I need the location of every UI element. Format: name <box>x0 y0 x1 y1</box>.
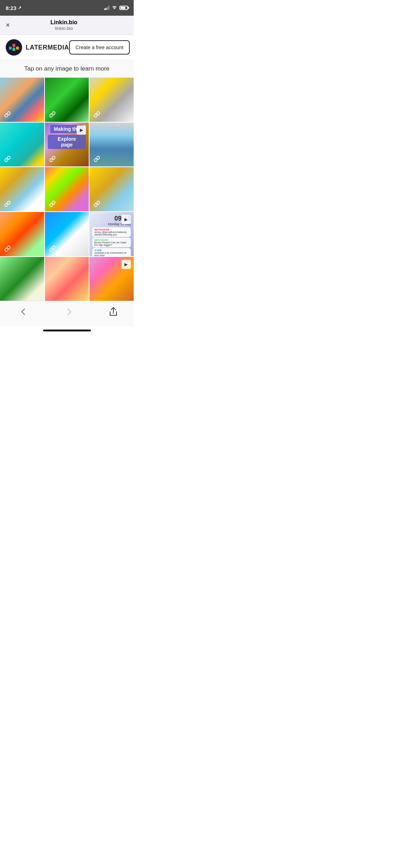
site-header: LATERMEDIA Create a free account <box>0 35 134 60</box>
svg-rect-3 <box>12 48 15 51</box>
svg-rect-1 <box>12 44 15 47</box>
grid-item[interactable] <box>89 123 134 167</box>
location-icon: ↗ <box>18 5 21 10</box>
status-time: 8:23 ↗ <box>6 5 21 11</box>
play-icon: ▶ <box>122 260 131 269</box>
link-icon <box>3 199 12 208</box>
link-icon <box>48 110 57 119</box>
play-icon: ▶ <box>122 215 131 224</box>
svg-rect-0 <box>9 47 12 50</box>
bottom-browser-bar <box>0 301 134 327</box>
link-icon <box>48 154 57 164</box>
grid-item[interactable] <box>45 167 89 211</box>
grid-item[interactable] <box>0 167 44 211</box>
link-icon <box>92 244 102 253</box>
svg-rect-4 <box>13 47 15 48</box>
grid-item[interactable] <box>0 257 44 301</box>
link-icon <box>92 110 102 119</box>
battery-icon <box>119 6 128 10</box>
link-icon <box>48 199 57 208</box>
grid-item[interactable] <box>45 212 89 256</box>
wifi-icon <box>112 5 117 11</box>
browser-url-title: Linkin.bio <box>14 19 114 26</box>
browser-close-button[interactable]: × <box>6 21 10 29</box>
browser-bar: × Linkin.bio linkin.bio <box>0 16 134 35</box>
grid-item[interactable] <box>0 78 44 122</box>
grid-item[interactable]: ▶ <box>89 257 134 301</box>
subtitle-text: Tap on any image to learn more <box>24 65 109 72</box>
subtitle-bar: Tap on any image to learn more <box>0 60 134 78</box>
grid-item[interactable] <box>45 257 89 301</box>
grid-item[interactable]: 09:41 Monday 13 May INSTAGRAM Jenny (@je… <box>89 212 134 256</box>
grid-item[interactable] <box>0 123 44 167</box>
grid-item[interactable] <box>45 78 89 122</box>
grid-item[interactable] <box>89 167 134 211</box>
browser-url-display: Linkin.bio linkin.bio <box>14 19 114 31</box>
link-icon <box>92 154 102 164</box>
logo-container: LATERMEDIA <box>6 39 69 56</box>
logo-icon <box>6 39 22 56</box>
brand-name: LATERMEDIA <box>26 44 69 51</box>
link-icon <box>3 154 12 164</box>
browser-forward-button[interactable] <box>60 307 79 317</box>
link-icon <box>3 244 12 253</box>
create-account-button[interactable]: Create a free account <box>69 40 130 55</box>
link-icon <box>48 244 57 253</box>
play-icon: ▶ <box>77 125 86 135</box>
status-icons <box>104 5 128 11</box>
status-bar: 8:23 ↗ <box>0 0 134 16</box>
browser-url-sub: linkin.bio <box>14 26 114 31</box>
time-display: 8:23 <box>6 5 16 11</box>
link-icon <box>92 199 102 208</box>
svg-rect-2 <box>16 47 19 50</box>
browser-back-button[interactable] <box>14 307 32 317</box>
grid-item[interactable]: Making the Explore page ▶ <box>45 123 89 167</box>
grid-item[interactable] <box>0 212 44 256</box>
grid-item[interactable] <box>89 78 134 122</box>
link-icon <box>3 110 12 119</box>
home-indicator <box>43 330 91 331</box>
signal-icon <box>104 6 109 10</box>
share-button[interactable] <box>107 305 120 318</box>
notification: INSTAGRAM Jenny (@jennyfrom.theblock) st… <box>92 227 131 237</box>
image-grid: Making the Explore page ▶ 09:41 Monday 1… <box>0 78 134 301</box>
